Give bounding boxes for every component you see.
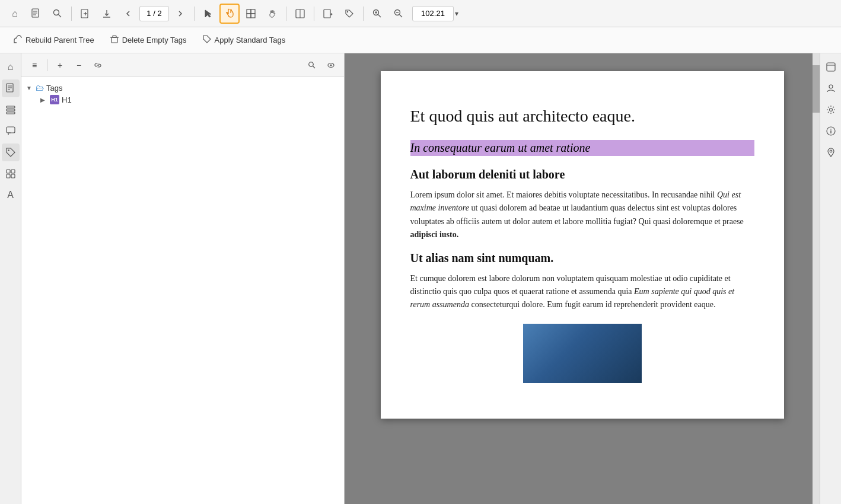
- sidebar-pages-icon[interactable]: [2, 79, 20, 97]
- h1-tag-label: H1: [62, 95, 72, 104]
- search-top-icon[interactable]: [47, 4, 68, 24]
- svg-point-22: [347, 11, 348, 12]
- svg-point-47: [309, 62, 314, 66]
- right-tag-icon[interactable]: [822, 58, 840, 76]
- tags-panel-toolbar: ≡ + −: [21, 53, 344, 77]
- svg-rect-40: [7, 127, 15, 133]
- svg-rect-13: [251, 9, 255, 14]
- svg-rect-45: [11, 174, 15, 178]
- svg-point-57: [830, 129, 832, 130]
- svg-rect-38: [7, 109, 15, 111]
- delete-empty-tags-btn[interactable]: Delete Empty Tags: [104, 32, 193, 48]
- home-icon[interactable]: ⌂: [5, 4, 25, 24]
- tags-tree: ▼ 🗁 Tags ▶ H1 H1: [21, 77, 344, 110]
- svg-point-58: [830, 150, 832, 152]
- right-person-icon[interactable]: [822, 79, 840, 97]
- doc-scrollbar-thumb[interactable]: [813, 65, 820, 113]
- tags-root-item[interactable]: ▼ 🗁 Tags: [24, 82, 342, 94]
- sidebar-home-icon[interactable]: ⌂: [2, 58, 20, 76]
- sidebar-tags-icon[interactable]: [2, 143, 20, 161]
- prev-page-icon[interactable]: [118, 4, 138, 24]
- svg-line-24: [378, 14, 381, 17]
- rebuild-parent-tree-btn[interactable]: Rebuild Parent Tree: [7, 32, 100, 48]
- hand-icon[interactable]: [262, 4, 282, 24]
- svg-point-53: [829, 85, 833, 88]
- secondary-toolbar: Rebuild Parent Tree Delete Empty Tags Ap…: [0, 27, 841, 53]
- svg-rect-12: [247, 9, 251, 14]
- svg-rect-42: [7, 170, 10, 173]
- sidebar-text-icon[interactable]: A: [2, 186, 20, 204]
- touch-icon[interactable]: [219, 4, 240, 24]
- export-icon[interactable]: [318, 4, 338, 24]
- apply-standard-tags-btn[interactable]: Apply Standard Tags: [196, 32, 292, 48]
- sidebar-layers-icon[interactable]: [2, 101, 20, 119]
- rebuild-parent-tree-label: Rebuild Parent Tree: [26, 36, 94, 44]
- svg-rect-32: [113, 36, 116, 37]
- tags-root-label: Tags: [46, 84, 62, 92]
- svg-rect-37: [7, 106, 15, 108]
- zoom-in-icon[interactable]: [367, 4, 387, 24]
- doc-area: Et quod quis aut architecto eaque. In co…: [345, 53, 820, 504]
- apply-tags-icon: [202, 34, 212, 46]
- svg-rect-30: [112, 37, 117, 43]
- svg-line-48: [313, 66, 316, 68]
- zoom-dropdown-icon[interactable]: ▾: [455, 9, 458, 18]
- doc-para2: Et cumque dolorem est labore dolorum non…: [410, 272, 754, 312]
- doc-heading2-first: Aut laborum deleniti ut labore: [410, 168, 754, 181]
- svg-rect-18: [324, 9, 330, 18]
- zoom-out-icon[interactable]: [388, 4, 409, 24]
- new-doc-icon[interactable]: [26, 4, 46, 24]
- tag-panel-icon[interactable]: [339, 4, 359, 24]
- svg-marker-11: [205, 10, 211, 17]
- svg-rect-39: [7, 112, 15, 114]
- h1-tag-icon: H1: [50, 95, 59, 104]
- cursor-icon[interactable]: [198, 4, 218, 24]
- add-page-icon[interactable]: [75, 4, 95, 24]
- svg-rect-44: [7, 174, 10, 178]
- panel-remove-btn[interactable]: −: [71, 57, 87, 74]
- panel-hamburger-btn[interactable]: ≡: [26, 57, 43, 74]
- rebuild-icon: [13, 34, 23, 46]
- panel-link-btn[interactable]: [90, 57, 106, 74]
- doc-image: [523, 324, 642, 383]
- svg-line-28: [400, 14, 403, 17]
- svg-point-50: [330, 64, 332, 66]
- apply-standard-tags-label: Apply Standard Tags: [215, 36, 286, 44]
- zoom-input[interactable]: 102.21: [412, 6, 454, 21]
- svg-rect-43: [11, 170, 15, 173]
- doc-scrollbar[interactable]: [813, 53, 820, 504]
- panel-eye-btn[interactable]: [323, 57, 339, 74]
- sidebar-components-icon[interactable]: [2, 165, 20, 183]
- panel-add-btn[interactable]: +: [52, 57, 68, 74]
- tags-panel: ≡ + − ▼ 🗁 Tags ▶ H1: [21, 53, 345, 504]
- sidebar-comments-icon[interactable]: [2, 122, 20, 140]
- layout1-icon[interactable]: [290, 4, 310, 24]
- svg-point-4: [54, 9, 59, 15]
- right-settings-icon[interactable]: [822, 101, 840, 119]
- doc-page: Et quod quis aut architecto eaque. In co…: [381, 71, 784, 419]
- delete-empty-tags-label: Delete Empty Tags: [122, 36, 187, 44]
- doc-para1: Lorem ipsum dolor sit amet. Et maiores d…: [410, 189, 754, 242]
- svg-rect-14: [247, 14, 251, 18]
- top-toolbar: ⌂ 1 / 2: [0, 0, 841, 27]
- left-icon-bar: ⌂ A: [0, 53, 21, 504]
- svg-rect-15: [251, 14, 255, 18]
- doc-selected-text: In consequatur earum ut amet ratione: [410, 140, 754, 156]
- select-area-icon[interactable]: [241, 4, 261, 24]
- tags-h1-item[interactable]: ▶ H1 H1: [38, 94, 342, 106]
- page-input[interactable]: 1 / 2: [139, 6, 169, 21]
- svg-rect-51: [827, 63, 835, 71]
- tags-root-arrow: ▼: [26, 85, 33, 91]
- main-area: ⌂ A ≡ + −: [0, 53, 841, 504]
- right-info-icon[interactable]: [822, 122, 840, 140]
- tags-h1-container: ▶ H1 H1: [38, 94, 342, 106]
- right-location-icon[interactable]: [822, 143, 840, 161]
- delete-tags-icon: [110, 34, 119, 46]
- next-page-icon[interactable]: [170, 4, 190, 24]
- doc-heading2-second: Ut alias nam sint numquam.: [410, 251, 754, 265]
- panel-search-btn[interactable]: [304, 57, 320, 74]
- doc-heading1: Et quod quis aut architecto eaque.: [410, 107, 754, 126]
- download-icon[interactable]: [97, 4, 117, 24]
- svg-point-41: [8, 149, 9, 151]
- tags-folder-icon: 🗁: [36, 83, 44, 92]
